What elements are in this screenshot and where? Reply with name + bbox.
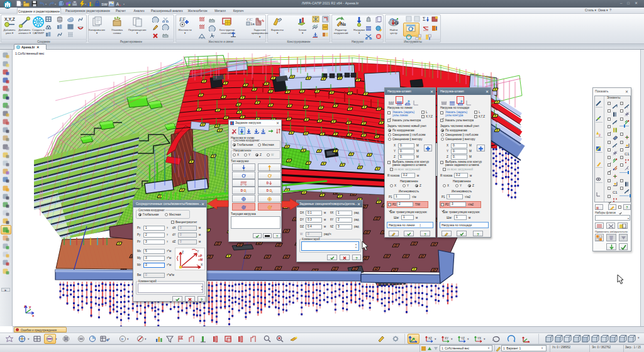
svg-text:a: a bbox=[119, 3, 121, 7]
svg-text:EF: EF bbox=[179, 17, 186, 23]
svg-text:z: z bbox=[24, 304, 26, 308]
svg-text:X,Y,Z: X,Y,Z bbox=[4, 17, 15, 22]
svg-text:YX: YX bbox=[477, 337, 481, 340]
svg-text:≡: ≡ bbox=[121, 337, 123, 341]
svg-text:YZ: YZ bbox=[461, 337, 465, 340]
svg-text:+M: +M bbox=[198, 258, 203, 261]
svg-text:Y: Y bbox=[197, 250, 199, 253]
svg-text:25: 25 bbox=[36, 21, 40, 24]
svg-text:?: ? bbox=[276, 235, 278, 238]
svg-text:Σ: Σ bbox=[423, 16, 426, 22]
svg-text:B: B bbox=[179, 336, 181, 339]
svg-text:?: ? bbox=[626, 206, 628, 210]
svg-text:SW: SW bbox=[101, 3, 108, 6]
svg-text:D: D bbox=[267, 182, 269, 185]
svg-text:?: ? bbox=[477, 233, 479, 236]
svg-text:Ⅲ: Ⅲ bbox=[596, 206, 599, 210]
svg-text:q: q bbox=[269, 169, 270, 171]
svg-text:G: G bbox=[394, 20, 398, 26]
svg-text:№: № bbox=[340, 21, 346, 27]
svg-text:y: y bbox=[29, 305, 31, 309]
svg-text:CC: CC bbox=[247, 17, 253, 22]
svg-text:D: D bbox=[267, 189, 269, 192]
svg-text:?: ? bbox=[355, 256, 358, 260]
svg-text:X: X bbox=[201, 263, 203, 267]
svg-text:B: B bbox=[377, 35, 380, 38]
svg-text:?: ? bbox=[424, 233, 426, 236]
svg-text:II: II bbox=[272, 191, 273, 194]
svg-text:?: ? bbox=[201, 298, 203, 302]
svg-text:I: I bbox=[246, 191, 247, 194]
svg-text:XZ: XZ bbox=[428, 337, 432, 340]
svg-text:x: x bbox=[32, 314, 35, 317]
svg-text:Z: Z bbox=[182, 250, 184, 254]
svg-text:q: q bbox=[243, 169, 245, 171]
svg-text:XY: XY bbox=[445, 337, 448, 340]
svg-text:D: D bbox=[241, 189, 243, 192]
